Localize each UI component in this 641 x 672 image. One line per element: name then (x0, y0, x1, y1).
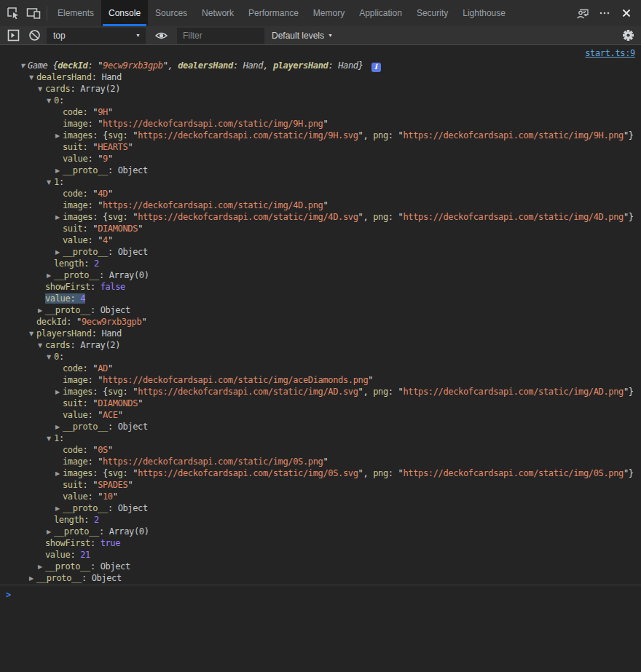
row-content: playersHand: Hand (36, 328, 122, 339)
string-value: 9ecw9rxb3gpb (103, 60, 163, 71)
object-ref: Array(2) (80, 84, 120, 94)
object-ref: Hand (338, 60, 358, 71)
tab-console[interactable]: Console (101, 0, 148, 26)
context-selector[interactable]: top ▼ (47, 28, 146, 44)
tab-lighthouse[interactable]: Lighthouse (455, 0, 513, 26)
console-sidebar-icon[interactable] (4, 28, 22, 44)
console-tree-row[interactable]: ▼dealersHand: Hand (0, 71, 641, 83)
punctuation: : (90, 305, 101, 315)
feedback-icon[interactable] (573, 0, 593, 26)
string-value: https://deckofcardsapi.com/static/img/9H… (138, 130, 358, 141)
console-tree-row[interactable]: ▼0: (0, 351, 641, 363)
property-name: png (373, 468, 388, 478)
disclosure-triangle-icon[interactable]: ▶ (29, 573, 36, 585)
disclosure-triangle-icon[interactable]: ▼ (20, 60, 28, 72)
console-tree-row[interactable]: ▶images: {svg: "https://deckofcardsapi.c… (0, 211, 641, 223)
clear-console-icon[interactable] (25, 28, 43, 44)
punctuation: : (329, 60, 339, 71)
disclosure-triangle-icon[interactable]: ▶ (55, 387, 63, 398)
console-tree-row[interactable]: ▶__proto__: Array(0) (0, 526, 641, 537)
disclosure-triangle-icon[interactable]: ▼ (47, 177, 54, 189)
console-tree-row[interactable]: ▶__proto__: Array(0) (0, 269, 641, 281)
console-tree-row[interactable]: ▼Game {deckId: "9ecw9rxb3gpb", dealersHa… (0, 60, 641, 71)
quote: " (98, 456, 103, 467)
tab-performance[interactable]: Performance (241, 0, 306, 26)
tab-sources[interactable]: Sources (148, 0, 194, 26)
console-tree-row[interactable]: ▼cards: Array(2) (0, 339, 641, 351)
disclosure-triangle-icon[interactable]: ▶ (38, 305, 45, 317)
console-tree-row[interactable]: ▶__proto__: Object (0, 246, 641, 258)
console-tree-row[interactable]: ▼0: (0, 95, 641, 106)
console-tree-row[interactable]: ▼cards: Array(2) (0, 83, 641, 95)
row-content: value: 4 (45, 293, 85, 304)
console-tree-row[interactable]: ▼1: (0, 176, 641, 188)
console-input[interactable] (16, 590, 641, 601)
punctuation: : (87, 154, 98, 164)
console-tree-row[interactable]: ▶images: {svg: "https://deckofcardsapi.c… (0, 130, 641, 141)
disclosure-triangle-icon[interactable]: ▶ (38, 561, 45, 573)
disclosure-triangle-icon[interactable]: ▼ (38, 84, 45, 95)
number-value: true (101, 538, 121, 548)
disclosure-triangle-icon[interactable]: ▶ (55, 503, 63, 515)
console-tree-row[interactable]: ▶__proto__: Object (0, 165, 641, 176)
console-tree-row[interactable]: ▼1: (0, 432, 641, 444)
console-tree-row[interactable]: ▼playersHand: Hand (0, 328, 641, 339)
prompt-chevron-icon: > (0, 590, 16, 601)
disclosure-triangle-icon[interactable]: ▶ (47, 270, 54, 282)
disclosure-triangle-icon[interactable]: ▶ (55, 247, 63, 258)
property-name: value (45, 293, 70, 304)
punctuation: : (123, 212, 133, 222)
disclosure-triangle-icon[interactable]: ▼ (47, 95, 54, 107)
punctuation: : (87, 491, 98, 502)
disclosure-triangle-icon[interactable]: ▶ (47, 526, 54, 538)
disclosure-triangle-icon[interactable]: ▶ (55, 130, 63, 142)
tab-application[interactable]: Application (352, 0, 409, 26)
log-levels-dropdown[interactable]: Default levels ▼ (268, 31, 337, 41)
close-icon[interactable] (616, 0, 637, 26)
row-content: suit: "HEARTS" (63, 142, 133, 152)
row-content: __proto__: Object (36, 573, 122, 583)
console-tree-row[interactable]: ▶__proto__: Object (0, 502, 641, 514)
punctuation: : (108, 247, 118, 257)
more-options-icon[interactable] (594, 0, 615, 26)
settings-gear-icon[interactable] (619, 28, 637, 44)
console-tree-row[interactable]: ▶images: {svg: "https://deckofcardsapi.c… (0, 467, 641, 479)
console-tree-row[interactable]: ▶__proto__: Object (0, 561, 641, 572)
disclosure-triangle-icon[interactable]: ▼ (47, 433, 54, 445)
console-tree-row[interactable]: ▶images: {svg: "https://deckofcardsapi.c… (0, 386, 641, 398)
object-ref: Hand (101, 328, 122, 339)
quote: " (624, 468, 629, 478)
punctuation: : (108, 503, 118, 513)
tab-network[interactable]: Network (194, 0, 241, 26)
filter-input[interactable] (177, 28, 264, 44)
console-tree-row[interactable]: ▶__proto__: Object (0, 421, 641, 432)
tab-elements[interactable]: Elements (50, 0, 101, 26)
disclosure-triangle-icon[interactable]: ▼ (29, 72, 36, 84)
quote: " (127, 480, 133, 490)
source-link[interactable]: start.ts:9 (585, 48, 635, 58)
disclosure-triangle-icon[interactable]: ▼ (38, 340, 45, 352)
console-tree-row: value: "10" (0, 491, 641, 502)
device-toolbar-icon[interactable] (23, 0, 44, 26)
quote: " (141, 317, 146, 327)
inspect-icon[interactable] (3, 0, 23, 26)
punctuation: : (83, 480, 93, 490)
disclosure-triangle-icon[interactable]: ▶ (55, 212, 63, 224)
console-tree-row[interactable]: ▶__proto__: Object (0, 304, 641, 316)
string-value: AD (98, 363, 108, 373)
disclosure-triangle-icon[interactable]: ▶ (55, 165, 63, 177)
property-name: __proto__ (63, 422, 108, 432)
disclosure-triangle-icon[interactable]: ▼ (47, 352, 54, 363)
quote: " (108, 189, 113, 199)
tab-security[interactable]: Security (409, 0, 455, 26)
console-tree-row[interactable]: ▶__proto__: Object (0, 572, 641, 584)
property-name: dealersHand (36, 72, 92, 82)
row-content: image: "https://deckofcardsapi.com/stati… (63, 200, 328, 210)
disclosure-triangle-icon[interactable]: ▶ (55, 422, 63, 433)
disclosure-triangle-icon[interactable]: ▼ (29, 328, 36, 340)
info-icon[interactable]: i (371, 63, 381, 72)
eye-icon[interactable] (152, 28, 170, 44)
tab-memory[interactable]: Memory (306, 0, 352, 26)
disclosure-triangle-icon[interactable]: ▶ (55, 468, 63, 480)
quote: " (113, 491, 118, 502)
